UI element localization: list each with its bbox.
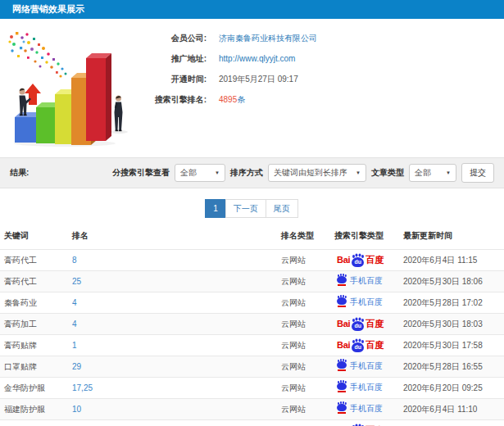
- baidu-paw-icon: du: [352, 342, 364, 352]
- col-header-engine-type: 搜索引擎类型: [330, 223, 399, 250]
- rank-link[interactable]: 4: [72, 298, 77, 307]
- keyword-cell: 膏药代工: [0, 250, 68, 271]
- rank-link[interactable]: 4: [72, 320, 77, 329]
- rank-cell: 4: [68, 292, 277, 314]
- mobile-baidu-paw-icon: [337, 361, 347, 371]
- rank-cell: 25: [68, 271, 277, 292]
- rank-cell: 1: [68, 335, 277, 356]
- filter-bar: 结果: 分搜索引擎查看 全部 排序方式 关键词由短到长排序 文章类型 全部 提交: [0, 157, 504, 188]
- keyword-cell: 膏药加工: [0, 314, 68, 335]
- engine-view-selected: 全部: [180, 167, 197, 179]
- open-time-label: 开通时间:: [148, 75, 207, 84]
- col-header-update-time: 最新更新时间: [399, 223, 504, 250]
- col-header-keyword: 关键词: [0, 223, 68, 250]
- baidu-paw-icon: du: [352, 257, 364, 267]
- mobile-baidu-paw-icon: [337, 383, 347, 392]
- chevron-down-icon: [215, 170, 220, 175]
- company-label: 会员公司:: [148, 34, 207, 43]
- sort-select[interactable]: 关键词由短到长排序: [268, 164, 366, 182]
- table-body: 膏药代工 8 云网站 Baidu百度 2020年6月4日 11:15 膏药代工 …: [0, 250, 504, 426]
- baidu-paw-icon: du: [352, 321, 364, 331]
- rank-link[interactable]: 8: [72, 256, 77, 265]
- mobile-baidu-paw-icon: [337, 276, 347, 286]
- engine-type-cell: 手机百度: [330, 271, 399, 292]
- sort-selected: 关键词由短到长排序: [274, 167, 347, 179]
- article-type-select[interactable]: 全部: [409, 164, 456, 182]
- baidu-logo: Baidu百度: [337, 319, 384, 329]
- rank-cell: [68, 420, 277, 426]
- rank-type-cell: 云网站: [277, 335, 330, 356]
- table-row: 口罩贴牌 29 云网站 手机百度 2020年5月28日 16:55: [0, 356, 504, 378]
- rank-type-cell: [277, 420, 330, 426]
- keyword-cell: 金华防护服: [0, 378, 68, 399]
- rank-link[interactable]: 1: [72, 341, 77, 350]
- page-button-next[interactable]: 下一页: [225, 199, 266, 218]
- confetti-dots: [8, 32, 66, 78]
- rank-cell: 10: [68, 399, 277, 420]
- update-time-cell: 2020年5月30日 18:06: [399, 271, 504, 292]
- keyword-cell: 福建防护服: [0, 399, 68, 420]
- info-row-rank-count: 搜索引擎排名: 4895条: [148, 95, 504, 105]
- rank-type-cell: 云网站: [277, 250, 330, 271]
- rank-count-value: 4895: [219, 95, 237, 104]
- mobile-baidu-paw-icon: [337, 297, 347, 307]
- engine-type-cell: Baidu百度: [330, 314, 399, 335]
- rank-link[interactable]: 29: [72, 362, 81, 371]
- info-section: 会员公司: 济南秦鲁药业科技有限公司 推广地址: http://www.qlyy…: [0, 19, 504, 150]
- rank-cell: 4: [68, 314, 277, 335]
- page-button-current[interactable]: 1: [205, 199, 226, 218]
- submit-button[interactable]: 提交: [461, 163, 494, 183]
- keyword-cell: 膏药贴牌: [0, 335, 68, 356]
- open-time-value: 2019年5月27日 09:17: [219, 75, 298, 84]
- info-row-company: 会员公司: 济南秦鲁药业科技有限公司: [148, 34, 504, 43]
- info-row-open-time: 开通时间: 2019年5月27日 09:17: [148, 75, 504, 84]
- rank-link[interactable]: 10: [72, 405, 81, 414]
- table-header-row: 关键词 排名 排名类型 搜索引擎类型 最新更新时间: [0, 223, 504, 250]
- bar-red: [86, 53, 111, 141]
- article-type-label: 文章类型: [371, 167, 404, 179]
- rank-type-cell: 云网站: [277, 314, 330, 335]
- table-row: 膏药代工 8 云网站 Baidu百度 2020年6月4日 11:15: [0, 250, 504, 271]
- rank-type-cell: 云网站: [277, 356, 330, 378]
- update-time-cell: 2020年6月20日 09:25: [399, 378, 504, 399]
- rank-cell: 8: [68, 250, 277, 271]
- keyword-cell: [0, 420, 68, 426]
- rank-link[interactable]: 17,25: [72, 383, 93, 392]
- rank-type-cell: 云网站: [277, 292, 330, 314]
- mobile-baidu-paw-icon: [337, 404, 347, 414]
- mobile-baidu-badge: 手机百度: [337, 297, 383, 308]
- filter-controls: 分搜索引擎查看 全部 排序方式 关键词由短到长排序 文章类型 全部 提交: [112, 163, 494, 183]
- pagination: 1 下一页 尾页: [0, 199, 504, 218]
- promo-url-label: 推广地址:: [148, 54, 207, 64]
- table-row: 膏药代工 25 云网站 手机百度 2020年5月30日 18:06: [0, 271, 504, 292]
- info-fields: 会员公司: 济南秦鲁药业科技有限公司 推广地址: http://www.qlyy…: [148, 25, 504, 150]
- baidu-logo: Baidu百度: [337, 255, 384, 265]
- company-link[interactable]: 济南秦鲁药业科技有限公司: [219, 34, 317, 43]
- engine-type-cell: 手机百度: [330, 378, 399, 399]
- growth-bar-chart-illustration: [3, 25, 147, 148]
- chevron-down-icon: [356, 170, 361, 175]
- promo-url-link[interactable]: http://www.qlyyjt.com: [219, 54, 295, 64]
- table-row: 福建防护服 10 云网站 手机百度 2020年6月4日 11:10: [0, 399, 504, 420]
- table-row: 秦鲁药业 4 云网站 手机百度 2020年5月28日 17:02: [0, 292, 504, 314]
- sort-label: 排序方式: [230, 167, 263, 179]
- update-time-cell: 2020年5月28日 17:02: [399, 292, 504, 314]
- page-button-last[interactable]: 尾页: [266, 199, 298, 218]
- keyword-cell: 膏药代工: [0, 271, 68, 292]
- keyword-cell: 秦鲁药业: [0, 292, 68, 314]
- rank-link[interactable]: 25: [72, 277, 81, 286]
- rank-count-unit[interactable]: 条: [237, 95, 245, 104]
- rank-type-cell: 云网站: [277, 271, 330, 292]
- rank-count-label: 搜索引擎排名:: [148, 95, 207, 105]
- rank-cell: 17,25: [68, 378, 277, 399]
- baidu-logo: Baidu百度: [337, 340, 384, 350]
- update-time-cell: 2020年6月4日 11:15: [399, 250, 504, 271]
- results-table: 关键词 排名 排名类型 搜索引擎类型 最新更新时间 膏药代工 8 云网站 Bai…: [0, 223, 504, 426]
- engine-view-select[interactable]: 全部: [175, 164, 225, 182]
- mobile-baidu-badge: 手机百度: [337, 360, 383, 372]
- chevron-down-icon: [446, 170, 451, 175]
- illustration-container: [0, 25, 148, 150]
- keyword-cell: 口罩贴牌: [0, 356, 68, 378]
- update-time-cell: 2020年5月30日 17:58: [399, 335, 504, 356]
- table-row: 膏药加工 4 云网站 Baidu百度 2020年5月30日 18:03: [0, 314, 504, 335]
